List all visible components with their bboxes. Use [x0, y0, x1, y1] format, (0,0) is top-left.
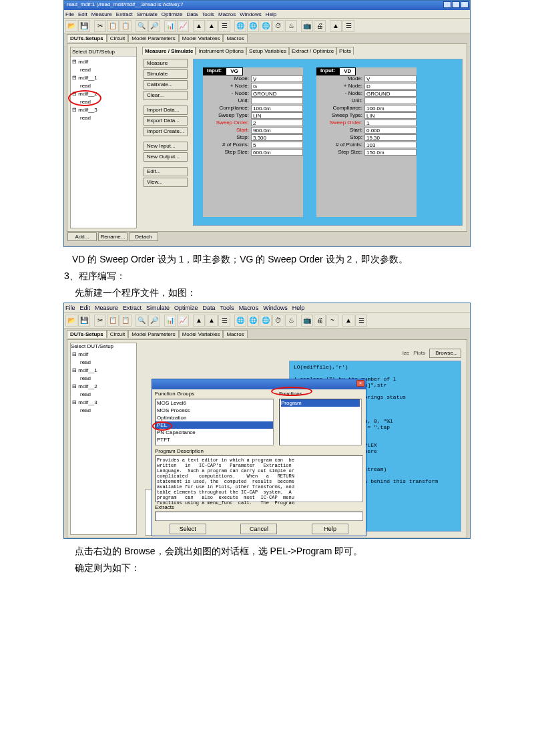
function-item[interactable]: Program	[281, 399, 360, 407]
setup-tab[interactable]: Extract / Optimize	[289, 47, 336, 55]
dut-setup-tree[interactable]: Select DUT/Setup ⊟ mdifread⊟ mdif__1read…	[70, 343, 137, 535]
toolbar-icon[interactable]: 🔎	[148, 315, 160, 327]
tree-item[interactable]: ⊟ mdif__3	[72, 399, 135, 407]
toolbar-icon[interactable]: ▲	[330, 20, 342, 32]
menu-tools[interactable]: Tools	[220, 305, 234, 311]
toolbar-icon[interactable]: 🖨	[314, 315, 326, 327]
param-value[interactable]: 5	[251, 142, 303, 148]
tab-duts-setups[interactable]: DUTs-Setups	[67, 330, 107, 338]
menu-file[interactable]: File	[65, 11, 74, 17]
menu-optimize[interactable]: Optimize	[174, 305, 198, 311]
menu-edit[interactable]: Edit	[80, 305, 91, 311]
toolbar-icon[interactable]: 📈	[177, 20, 189, 32]
toolbar-icon[interactable]: ✂	[94, 20, 106, 32]
tab-duts-setups[interactable]: DUTs-Setups	[67, 34, 107, 42]
toolbar-icon[interactable]: 📂	[65, 20, 77, 32]
toolbar-icon[interactable]: ☰	[342, 20, 354, 32]
tab-model-parameters[interactable]: Model Parameters	[128, 34, 178, 42]
functions-list[interactable]: Program	[279, 399, 362, 445]
param-value[interactable]: 150.0m	[364, 149, 417, 156]
toolbar-icon[interactable]: ☰	[355, 315, 367, 327]
side-button[interactable]: Import Create...	[144, 127, 188, 136]
toolbar-icon[interactable]: 🖨	[314, 20, 326, 32]
group-item[interactable]: PTFT	[156, 436, 273, 443]
param-value[interactable]: 100.0m	[364, 105, 417, 112]
tree-child[interactable]: read	[72, 375, 135, 383]
tab-ize[interactable]: ize	[403, 350, 409, 356]
group-item[interactable]: MOS Level6	[156, 399, 273, 407]
tree-item[interactable]: ⊟ mdif__1	[72, 74, 135, 82]
menu-file[interactable]: File	[65, 305, 75, 311]
param-value[interactable]: 1	[364, 120, 417, 126]
side-button[interactable]: Measure	[144, 59, 188, 68]
side-button[interactable]: Simulate	[144, 69, 188, 79]
toolbar-icon[interactable]: ♨	[285, 20, 297, 32]
tree-child[interactable]: read	[72, 114, 135, 122]
tab-model-variables[interactable]: Model Variables	[179, 34, 224, 42]
tree-item[interactable]: ⊟ mdif__2	[72, 383, 135, 391]
param-value[interactable]	[251, 98, 303, 104]
param-value[interactable]: V	[251, 75, 303, 82]
toolbar-icon[interactable]: 📈	[177, 315, 189, 327]
tree-child[interactable]: read	[72, 407, 135, 415]
toolbar-icon[interactable]: ☰	[218, 20, 230, 32]
toolbar-icon[interactable]: 🌐	[260, 20, 272, 32]
setup-tab[interactable]: Plots	[336, 47, 354, 55]
function-groups-list[interactable]: MOS Level6MOS ProcessOptimizationPELPN C…	[155, 399, 274, 445]
function-browse-dialog[interactable]: × Function Groups Functions MOS Level6MO…	[152, 379, 366, 536]
bottom-button[interactable]: Add...	[67, 232, 97, 241]
menu-extract[interactable]: Extract	[123, 305, 142, 311]
tree-child[interactable]: read	[72, 359, 135, 367]
toolbar-icon[interactable]: 📋	[107, 315, 119, 327]
group-item[interactable]: PEL	[156, 421, 273, 429]
toolbar-icon[interactable]: 🔍	[136, 315, 148, 327]
setup-tab[interactable]: Setup Variables	[246, 47, 289, 55]
close-icon[interactable]: ×	[356, 380, 364, 387]
side-button[interactable]: Import Data...	[144, 106, 188, 115]
close-icon[interactable]: ×	[461, 1, 469, 8]
setup-tab[interactable]: Instrument Options	[196, 47, 246, 55]
toolbar-icon[interactable]: ~	[326, 315, 338, 327]
setup-tab[interactable]: Measure / Simulate	[142, 47, 196, 55]
menu-data[interactable]: Data	[186, 11, 198, 17]
param-value[interactable]: LIN	[251, 112, 303, 119]
tab-macros[interactable]: Macros	[223, 330, 247, 338]
menu-extract[interactable]: Extract	[116, 11, 133, 17]
side-button[interactable]: Calibrate...	[144, 80, 188, 89]
group-item[interactable]: PN Capacitance	[156, 429, 273, 436]
param-value[interactable]: 900.0m	[251, 127, 303, 134]
param-value[interactable]: 103	[364, 142, 417, 148]
toolbar-icon[interactable]: 🌐	[234, 315, 246, 327]
toolbar-icon[interactable]: ☰	[218, 315, 230, 327]
menu-windows[interactable]: Windows	[263, 305, 288, 311]
tab-model-parameters[interactable]: Model Parameters	[128, 330, 178, 338]
tree-child[interactable]: read	[72, 66, 135, 74]
toolbar-icon[interactable]: 🌐	[234, 20, 246, 32]
toolbar-icon[interactable]: 📊	[164, 315, 176, 327]
toolbar-icon[interactable]: ♨	[285, 315, 297, 327]
tab-model-variables[interactable]: Model Variables	[179, 330, 224, 338]
toolbar-icon[interactable]: ▲	[193, 20, 205, 32]
menu-windows[interactable]: Windows	[240, 11, 261, 17]
bottom-button[interactable]: Detach	[129, 232, 158, 241]
param-value[interactable]: G	[251, 83, 303, 89]
side-button[interactable]: Edit...	[144, 167, 188, 176]
group-item[interactable]: MOS Process	[156, 407, 273, 414]
menu-measure[interactable]: Measure	[91, 11, 112, 17]
group-item[interactable]: Optimization	[156, 414, 273, 421]
toolbar-icon[interactable]: 🌐	[260, 315, 272, 327]
bottom-button[interactable]: Rename...	[98, 232, 127, 241]
toolbar-icon[interactable]: ✂	[94, 315, 106, 327]
help-button[interactable]: Help	[312, 524, 348, 534]
menu-macros[interactable]: Macros	[218, 11, 236, 17]
tree-item[interactable]: ⊟ mdif__3	[72, 106, 135, 114]
param-value[interactable]: 15.30	[364, 134, 417, 141]
tab-circuit[interactable]: Circuit	[107, 34, 129, 42]
tab-macros[interactable]: Macros	[223, 34, 247, 42]
cancel-button[interactable]: Cancel	[240, 524, 277, 534]
toolbar-icon[interactable]: 💾	[78, 20, 90, 32]
param-value[interactable]: 2	[251, 120, 303, 126]
toolbar-icon[interactable]: 📋	[119, 20, 131, 32]
param-value[interactable]: GROUND	[364, 90, 417, 97]
tree-child[interactable]: read	[72, 391, 135, 399]
